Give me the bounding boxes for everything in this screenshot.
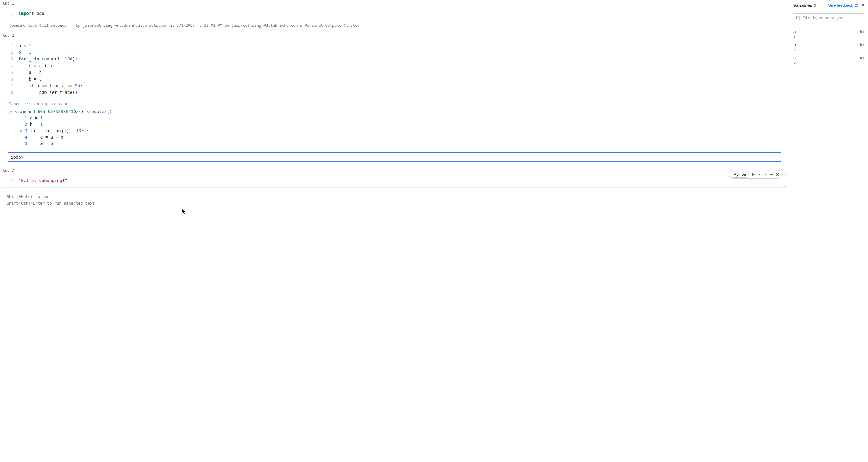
svg-rect-0 — [770, 174, 773, 175]
line-number: 1 — [2, 10, 19, 17]
trace-line: 5 a = b — [9, 140, 779, 147]
code-line: 5 a = b — [2, 69, 781, 76]
filter-wrap — [790, 11, 868, 25]
code-text: pdb.set_trace() — [19, 89, 78, 96]
hint-line: Shift+Enter to run — [7, 193, 788, 200]
close-icon[interactable] — [776, 172, 780, 176]
trace-line: ----> 3 for _ in range(1, 100): — [9, 128, 779, 134]
cell-label: Cmd 1 — [0, 0, 788, 6]
line-number: 8 — [2, 89, 19, 96]
keyboard-hints: Shift+Enter to run Shift+Ctrl+Enter to r… — [0, 189, 788, 207]
spinner-icon: ••• — [25, 101, 31, 106]
code-text: import pdb — [19, 10, 44, 17]
code-text: if a == 1 or a == 55: — [19, 82, 83, 89]
code-text: a = b — [19, 69, 42, 76]
code-line: 4 c = a + b — [2, 62, 781, 69]
line-number: 6 — [2, 76, 19, 82]
line-number: 1 — [2, 177, 19, 184]
variables-title: Variables 3 — [794, 3, 816, 8]
line-number: 1 — [2, 42, 19, 49]
svg-point-1 — [796, 16, 799, 19]
ipdb-input-wrap[interactable]: ipdb> — [8, 152, 781, 162]
running-row: Cancel ••• Running command... — [2, 99, 785, 107]
code-lines: 1"Hello, debugging!" — [2, 177, 781, 184]
line-number: 2 — [2, 49, 19, 56]
variable-row[interactable]: aint1 — [794, 27, 864, 40]
line-number: 5 — [2, 69, 19, 76]
ipdb-input[interactable] — [25, 155, 778, 160]
cell-label: Cmd 3 — [0, 167, 788, 173]
code-text: b = 1 — [19, 49, 31, 56]
variable-type: int — [860, 42, 864, 47]
variable-type: int — [860, 56, 864, 60]
code-line: 7 if a == 1 or a == 55: — [2, 82, 781, 89]
ipdb-prompt: ipdb> — [11, 155, 23, 160]
debugger-trace: > <command-665495735380410>(3)<module>()… — [2, 107, 785, 151]
dropdown-icon[interactable] — [757, 172, 762, 176]
variable-row[interactable]: bint2 — [794, 40, 864, 53]
code-lines: 1import pdb — [2, 10, 781, 17]
feedback-label: Give feedback — [828, 3, 853, 8]
give-feedback-link[interactable]: Give feedback — [828, 3, 858, 8]
variable-value: 2 — [794, 47, 864, 52]
collapse-icon[interactable] — [778, 93, 783, 96]
variables-count: 3 — [814, 3, 816, 8]
run-icon[interactable] — [751, 172, 755, 176]
notebook-main: Cmd 1 1import pdb Command took 0.12 seco… — [0, 0, 789, 462]
code-text: b = c — [19, 76, 42, 82]
code-text: c = a + b — [19, 62, 52, 69]
filter-input[interactable] — [802, 15, 862, 20]
code-editor[interactable]: 1"Hello, debugging!" — [2, 174, 785, 187]
collapse-icon[interactable] — [778, 179, 783, 183]
variables-title-text: Variables — [794, 3, 812, 8]
filter-box[interactable] — [793, 13, 865, 23]
code-text: "Hello, debugging!" — [19, 177, 67, 184]
code-line: 8 pdb.set_trace() — [2, 89, 781, 96]
variables-header: Variables 3 Give feedback ✕ — [790, 0, 868, 11]
code-line: 1"Hello, debugging!" — [2, 177, 781, 184]
running-status: ••• Running command... — [25, 101, 72, 106]
variable-type: int — [860, 30, 864, 34]
variables-panel: Variables 3 Give feedback ✕ aint1bint2ci… — [789, 0, 868, 462]
execution-status: Command took 0.12 seconds -- by jaipreet… — [2, 20, 785, 31]
line-number: 7 — [2, 82, 19, 89]
cell-label: Cmd 2 — [0, 32, 788, 38]
close-panel-icon[interactable]: ✕ — [861, 2, 865, 8]
collapse-icon[interactable] — [778, 11, 783, 15]
code-text: for _ in range(1, 100): — [19, 56, 78, 62]
line-number: 3 — [2, 56, 19, 62]
hint-line: Shift+Ctrl+Enter to run selected text — [7, 200, 788, 207]
variable-name[interactable]: b — [794, 42, 796, 47]
code-text: a = 1 — [19, 42, 31, 49]
minimize-icon[interactable] — [770, 172, 774, 176]
trace-line: 4 c = a + b — [9, 134, 779, 140]
code-line: 1a = 1 — [2, 42, 781, 49]
trace-header: > <command-665495735380410>(3)<module>() — [9, 108, 779, 115]
code-editor[interactable]: 1import pdb — [2, 7, 785, 20]
trace-line: 1 a = 1 — [9, 115, 779, 121]
code-lines: 1a = 12b = 13for _ in range(1, 100):4 c … — [2, 42, 781, 96]
variable-name[interactable]: c — [794, 55, 796, 60]
external-link-icon — [854, 4, 858, 7]
code-line: 6 b = c — [2, 76, 781, 82]
cell-cmd3[interactable]: Python 1"Hello, debugging!" — [2, 174, 786, 187]
trace-line: 2 b = 1 — [9, 121, 779, 128]
cell-cmd1[interactable]: 1import pdb Command took 0.12 seconds --… — [2, 7, 786, 31]
cancel-button[interactable]: Cancel — [8, 101, 22, 106]
code-editor[interactable]: 1a = 12b = 13for _ in range(1, 100):4 c … — [2, 39, 785, 99]
code-line: 3for _ in range(1, 100): — [2, 56, 781, 62]
search-icon — [796, 15, 801, 20]
variable-row[interactable]: cint2 — [794, 53, 864, 66]
language-pill[interactable]: Python — [731, 171, 749, 177]
cell-toolbar: Python — [728, 170, 782, 179]
variable-value: 2 — [794, 60, 864, 65]
line-number: 4 — [2, 62, 19, 69]
code-line: 2b = 1 — [2, 49, 781, 56]
cell-cmd2[interactable]: 1a = 12b = 13for _ in range(1, 100):4 c … — [2, 39, 786, 166]
code-line: 1import pdb — [2, 10, 781, 17]
variable-name[interactable]: a — [794, 29, 796, 34]
variables-list: aint1bint2cint2 — [790, 25, 868, 68]
chevron-down-icon[interactable] — [764, 172, 768, 176]
variable-value: 1 — [794, 34, 864, 39]
